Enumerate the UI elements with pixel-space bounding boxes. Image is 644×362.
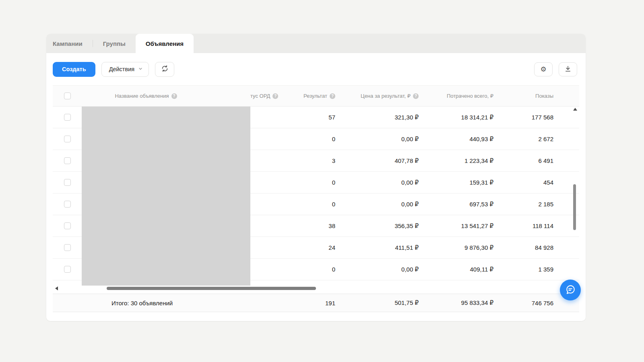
row-checkbox[interactable] <box>64 244 71 251</box>
result-cell: 0 <box>295 179 335 186</box>
ads-manager-card: Кампании Группы Объявления Создать Дейст… <box>46 34 586 321</box>
spent-cell: 409,11 ₽ <box>419 266 493 273</box>
refresh-button[interactable] <box>155 62 174 77</box>
select-all-checkbox[interactable] <box>64 93 71 99</box>
download-button[interactable] <box>559 62 577 76</box>
chevron-down-icon <box>138 66 143 72</box>
totals-impressions: 746 756 <box>493 300 553 306</box>
result-cell: 0 <box>295 136 335 142</box>
totals-result: 191 <box>295 300 335 306</box>
price-cell: 356,35 ₽ <box>335 222 419 230</box>
help-icon[interactable] <box>330 93 335 99</box>
spent-cell: 697,53 ₽ <box>419 201 493 208</box>
vscroll-up-arrow-icon[interactable] <box>573 108 577 111</box>
header-checkbox-cell <box>53 93 82 99</box>
totals-label: Итого: 30 объявлений <box>53 300 250 306</box>
result-cell: 57 <box>295 114 335 121</box>
row-checkbox[interactable] <box>64 136 71 142</box>
result-cell: 24 <box>295 244 335 251</box>
price-cell: 411,51 ₽ <box>335 244 419 251</box>
row-checkbox[interactable] <box>64 157 71 164</box>
refresh-icon <box>161 65 169 74</box>
page: Кампании Группы Объявления Создать Дейст… <box>0 0 644 362</box>
row-checkbox[interactable] <box>64 114 71 121</box>
actions-button[interactable]: Действия <box>101 62 149 77</box>
spent-cell: 440,93 ₽ <box>419 136 493 143</box>
header-ord-status[interactable]: тус ОРД <box>250 93 295 99</box>
horizontal-scrollbar-thumb[interactable] <box>107 287 316 290</box>
result-cell: 0 <box>295 266 335 273</box>
chat-bubble-icon <box>565 284 576 296</box>
tab-bar: Кампании Группы Объявления <box>46 34 586 53</box>
price-cell: 0,00 ₽ <box>335 179 419 186</box>
create-button[interactable]: Создать <box>53 62 95 77</box>
row-checkbox[interactable] <box>64 201 71 208</box>
header-impressions[interactable]: Показы <box>493 93 553 99</box>
spent-cell: 13 541,27 ₽ <box>419 222 493 230</box>
spent-cell: 18 314,21 ₽ <box>419 114 493 121</box>
gear-icon: ⚙ <box>540 66 546 73</box>
totals-row: Итого: 30 объявлений 191 501,75 ₽ 95 833… <box>53 294 579 312</box>
spent-cell: 159,31 ₽ <box>419 179 493 186</box>
header-ad-name[interactable]: Название объявления <box>82 93 250 99</box>
spent-cell: 1 223,34 ₽ <box>419 157 493 165</box>
row-checkbox[interactable] <box>64 179 71 186</box>
impressions-cell: 1 359 <box>493 266 553 273</box>
download-icon <box>564 65 572 74</box>
help-icon[interactable] <box>171 93 177 99</box>
result-cell: 3 <box>295 157 335 164</box>
price-cell: 0,00 ₽ <box>335 201 419 208</box>
impressions-cell: 2 185 <box>493 201 553 208</box>
impressions-cell: 177 568 <box>493 114 553 121</box>
price-cell: 0,00 ₽ <box>335 266 419 273</box>
help-icon[interactable] <box>272 93 278 99</box>
tab-groups-label: Группы <box>103 40 126 47</box>
tab-ads-label: Объявления <box>146 40 184 47</box>
vertical-scrollbar-thumb[interactable] <box>573 184 576 230</box>
impressions-cell: 2 672 <box>493 136 553 142</box>
header-result[interactable]: Результат <box>295 93 335 99</box>
actions-button-label: Действия <box>109 66 135 72</box>
result-cell: 0 <box>295 201 335 208</box>
price-cell: 407,78 ₽ <box>335 157 419 165</box>
tab-groups[interactable]: Группы <box>93 34 136 53</box>
impressions-cell: 118 114 <box>493 222 553 229</box>
redacted-ad-names-region <box>82 107 250 286</box>
spent-cell: 9 876,30 ₽ <box>419 244 493 251</box>
hscroll-left-arrow-icon[interactable] <box>55 286 58 290</box>
tab-ads[interactable]: Объявления <box>136 34 194 53</box>
row-checkbox[interactable] <box>64 266 71 273</box>
tab-campaigns[interactable]: Кампании <box>46 34 93 53</box>
impressions-cell: 84 928 <box>493 244 553 251</box>
row-checkbox[interactable] <box>64 222 71 229</box>
support-chat-button[interactable] <box>560 280 581 300</box>
totals-spent: 95 833,34 ₽ <box>419 299 493 306</box>
tab-campaigns-label: Кампании <box>53 40 83 47</box>
totals-price: 501,75 ₽ <box>335 299 419 306</box>
help-icon[interactable] <box>413 93 419 99</box>
toolbar: Создать Действия ⚙ <box>46 53 586 85</box>
price-cell: 321,30 ₽ <box>335 114 419 121</box>
impressions-cell: 6 491 <box>493 157 553 164</box>
price-cell: 0,00 ₽ <box>335 136 419 143</box>
header-total-spent[interactable]: Потрачено всего, ₽ <box>419 93 493 99</box>
result-cell: 38 <box>295 222 335 229</box>
header-price-per-result[interactable]: Цена за результат, ₽ <box>335 93 419 99</box>
settings-button[interactable]: ⚙ <box>534 62 553 76</box>
table-header-row: Название объявления тус ОРД Результат Це… <box>53 85 579 107</box>
impressions-cell: 454 <box>493 179 553 186</box>
